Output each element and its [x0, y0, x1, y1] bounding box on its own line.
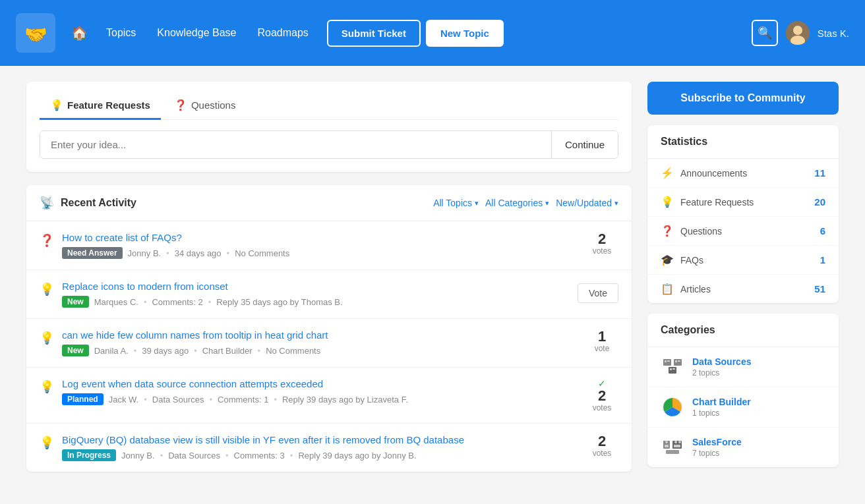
activity-card: 📡 Recent Activity All Topics All Categor…	[26, 185, 632, 472]
vote-button[interactable]: Vote	[578, 283, 618, 303]
tabs-card: 💡 Feature Requests ❓ Questions Continue	[26, 82, 632, 172]
tab-feature-requests[interactable]: 💡 Feature Requests	[40, 92, 161, 120]
svg-rect-9	[675, 360, 677, 362]
chart-builder-icon	[661, 395, 684, 419]
badge-in-progress: In Progress	[62, 449, 116, 461]
reply-info: Reply 39 days ago by Jonny B.	[298, 451, 416, 461]
topic-meta: New Marques C. • Comments: 2 • Reply 35 …	[62, 296, 570, 308]
list-item[interactable]: Chart Builder 1 topics	[647, 387, 839, 428]
statistics-title: Statistics	[647, 125, 839, 159]
time: 39 days ago	[142, 346, 189, 356]
svg-point-3	[793, 26, 802, 35]
topic-content: Replace icons to modern from iconset New…	[62, 281, 570, 308]
faqs-count: 1	[820, 254, 825, 266]
topic-title[interactable]: Log event when data source connection at…	[62, 378, 578, 389]
left-panel: 💡 Feature Requests ❓ Questions Continue …	[26, 82, 632, 478]
feature-requests-label: Feature Requests	[680, 197, 808, 208]
vote-label: votes	[593, 246, 612, 256]
home-icon[interactable]: 🏠	[71, 25, 88, 41]
author: Danila A.	[94, 346, 129, 356]
user-name: Stas K.	[818, 28, 849, 39]
svg-rect-10	[678, 360, 680, 362]
vote-section: 1 vote	[585, 329, 618, 353]
vote-section: ✓ 2 votes	[585, 378, 618, 412]
header-right: 🔍 Stas K.	[752, 20, 849, 46]
author: Jack W.	[109, 395, 139, 405]
idea-icon: 💡	[40, 282, 54, 296]
svg-point-20	[678, 441, 681, 443]
all-categories-filter[interactable]: All Categories	[485, 198, 549, 208]
cat-info: Data Sources 2 topics	[692, 356, 825, 378]
list-item: 📋 Articles 51	[647, 275, 839, 303]
badge-need-answer: Need Answer	[62, 247, 123, 259]
cat-topics: 7 topics	[692, 449, 825, 458]
categories-title: Categories	[647, 314, 839, 347]
table-row: 💡 Replace icons to modern from iconset N…	[26, 270, 632, 319]
svg-rect-22	[666, 450, 679, 454]
reply-info: Reply 35 days ago by Thomas B.	[216, 297, 342, 307]
vote-count: 2	[598, 434, 606, 449]
list-item: 💡 Feature Requests 20	[647, 188, 839, 217]
vote-count: 1	[598, 329, 606, 344]
list-item[interactable]: Data Sources 2 topics	[647, 347, 839, 387]
list-item: ❓ Questions 6	[647, 217, 839, 246]
header-nav: 🏠 Topics Knowledge Base Roadmaps Submit …	[71, 20, 736, 47]
topic-title[interactable]: Replace icons to modern from iconset	[62, 281, 570, 292]
search-icon: 🔍	[758, 26, 772, 40]
subscribe-button[interactable]: Subscribe to Community	[647, 82, 839, 115]
new-updated-filter[interactable]: New/Updated	[556, 198, 618, 208]
svg-rect-17	[665, 445, 669, 447]
badge-new: New	[62, 345, 89, 356]
vote-label: votes	[593, 403, 612, 412]
topic-meta: New Danila A. • 39 days ago • Chart Buil…	[62, 345, 578, 356]
time: 34 days ago	[175, 248, 222, 258]
articles-label: Articles	[680, 284, 808, 294]
data-sources-icon	[661, 355, 684, 379]
tab-questions[interactable]: ❓ Questions	[164, 92, 247, 120]
rss-icon: 📡	[40, 196, 54, 210]
idea-input[interactable]	[40, 131, 551, 158]
feature-requests-icon: 💡	[50, 99, 63, 111]
idea-icon: 💡	[40, 331, 54, 345]
topic-title[interactable]: BigQuery (BQ) database view is still vis…	[62, 434, 578, 445]
activity-header: 📡 Recent Activity All Topics All Categor…	[26, 185, 632, 221]
vote-count: 2	[598, 389, 606, 403]
main-layout: 💡 Feature Requests ❓ Questions Continue …	[11, 66, 854, 493]
cat-name: SalesForce	[692, 437, 825, 447]
submit-ticket-button[interactable]: Submit Ticket	[327, 20, 421, 47]
new-topic-button[interactable]: New Topic	[426, 20, 504, 47]
svg-rect-5	[663, 359, 671, 366]
table-row: ❓ How to create list of FAQs? Need Answe…	[26, 221, 632, 270]
comments: No Comments	[235, 248, 289, 258]
faqs-label: FAQs	[680, 255, 814, 266]
avatar	[786, 21, 810, 45]
continue-button[interactable]: Continue	[551, 131, 618, 158]
comments: Comments: 1	[218, 395, 268, 405]
table-row: 💡 can we hide few column names from tool…	[26, 319, 632, 368]
category: Data Sources	[152, 395, 204, 405]
search-button[interactable]: 🔍	[752, 20, 778, 46]
topic-title[interactable]: How to create list of FAQs?	[62, 232, 578, 243]
vote-label: votes	[593, 449, 612, 458]
nav-knowledge-base[interactable]: Knowledge Base	[149, 22, 244, 44]
categories-card: Categories Data S	[647, 314, 839, 467]
all-topics-filter[interactable]: All Topics	[433, 198, 479, 208]
badge-new: New	[62, 296, 89, 308]
nav-topics[interactable]: Topics	[98, 22, 144, 44]
svg-point-19	[674, 441, 677, 443]
comments: No Comments	[266, 346, 320, 356]
announcements-count: 11	[814, 167, 825, 179]
reply-info: Reply 39 days ago by Lizaveta F.	[282, 395, 408, 405]
topic-meta: Planned Jack W. • Data Sources • Comment…	[62, 393, 578, 405]
svg-rect-12	[670, 368, 672, 370]
nav-roadmaps[interactable]: Roadmaps	[249, 22, 316, 44]
svg-rect-6	[665, 360, 667, 362]
topic-title[interactable]: can we hide few column names from toolti…	[62, 329, 578, 341]
cat-topics: 1 topics	[692, 408, 825, 418]
articles-count: 51	[814, 283, 825, 294]
list-item[interactable]: SalesForce 7 topics	[647, 428, 839, 467]
statistics-card: Statistics ⚡ Announcements 11 💡 Feature …	[647, 125, 839, 303]
author: Jonny B.	[128, 248, 162, 258]
faqs-icon: 🎓	[661, 254, 674, 266]
cat-name: Data Sources	[692, 356, 825, 367]
